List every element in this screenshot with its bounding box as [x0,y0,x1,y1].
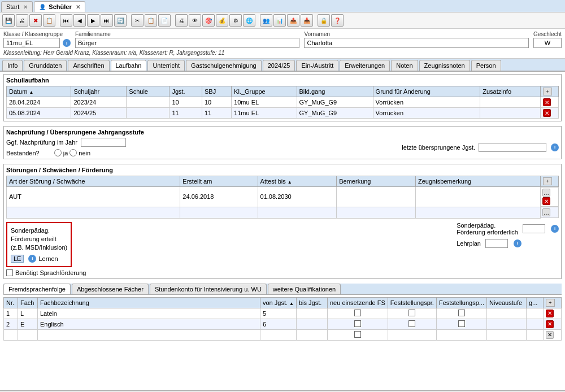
col-zeugnis[interactable]: Zeugnisbemerkung [416,176,541,187]
toolbar-delete[interactable]: ✖ [29,14,42,27]
sonderpaedag-tag-info-icon[interactable]: i [28,255,36,263]
col-klgruppe[interactable]: Kl._Gruppe [232,86,297,97]
toolbar-money[interactable]: 💰 [216,14,228,27]
toolbar-first[interactable]: ⏮ [60,14,72,27]
edit-row-st-2[interactable]: … [542,208,550,216]
cell-attest-1[interactable]: 01.08.2030 [258,187,337,207]
cell-datum-2[interactable]: 05.08.2024 [7,108,71,119]
geschlecht-btn[interactable]: W [533,38,562,48]
cell-bemerkung-1[interactable] [337,187,416,207]
cb-neufs-1[interactable] [354,310,361,316]
cell-fach-1[interactable]: L [18,308,38,319]
edit-row-st-1[interactable]: … [542,189,550,197]
tab-person[interactable]: Person [471,60,501,71]
cell-fachbez-3[interactable] [38,329,260,340]
tab-erweiterungen[interactable]: Erweiterungen [340,60,390,71]
tab-2024[interactable]: 2024/25 [263,60,295,71]
bestanden-nein-radio[interactable] [69,149,77,156]
vornamen-input[interactable] [304,38,528,48]
cell-niveau-2[interactable] [487,319,527,329]
cell-jgst-2[interactable]: 11 [169,108,202,119]
cell-datum-1[interactable]: 28.04.2024 [7,97,71,108]
tab-start-close[interactable]: ✕ [23,4,28,10]
delete-row-sl-1[interactable]: ✕ [543,98,551,106]
col-schule[interactable]: Schule [127,86,169,97]
col-vonjgst[interactable]: von Jgst. ▲ [260,297,297,308]
col-attest[interactable]: Attest bis ▲ [258,176,337,187]
tab-gastschule[interactable]: Gastschulgenehmigung [186,60,262,71]
col-g[interactable]: g... [527,297,544,308]
cell-schuljahr-2[interactable]: 2024/25 [71,108,127,119]
delete-row-fs-1[interactable]: ✕ [546,310,554,317]
tab-einaustritt[interactable]: Ein-/Austritt [296,60,338,71]
cell-nr-3[interactable] [4,329,18,340]
cell-g-1[interactable] [527,308,544,319]
col-grund[interactable]: Grund für Änderung [373,86,480,97]
delete-row-st-1[interactable]: ✕ [542,197,550,205]
cell-bisjgst-1[interactable] [297,308,328,319]
cell-bildgang-2[interactable]: GY_MuG_G9 [297,108,373,119]
cell-erstellt-2[interactable] [180,207,258,218]
sprachfoerderung-checkbox[interactable] [6,269,13,276]
tab-unterricht[interactable]: Unterricht [147,60,185,71]
klasse-input[interactable] [3,38,60,48]
toolbar-prev[interactable]: ◀ [73,14,86,27]
col-fachbez[interactable]: Fachbezeichnung [38,297,260,308]
delete-row-sl-2[interactable]: ✕ [543,109,551,117]
col-bisjgst[interactable]: bis Jgst. [297,297,328,308]
col-datum[interactable]: Datum ▲ [7,86,71,97]
cell-art-1[interactable]: AUT [7,187,180,207]
tab-stundenkonto[interactable]: Stundenkonto für Intensivierung u. WU [150,284,267,294]
tab-noten[interactable]: Noten [391,60,418,71]
cell-fach-2[interactable]: E [18,319,38,329]
cb-neufs-2[interactable] [354,320,361,327]
cell-erstellt-1[interactable]: 24.06.2018 [180,187,258,207]
tab-qualifikationen[interactable]: weitere Qualifikationen [268,284,341,294]
cell-zusatz-1[interactable] [480,97,541,108]
cell-fach-3[interactable] [18,329,38,340]
add-row-fs-icon[interactable]: + [546,299,555,307]
cell-zeugnis-1[interactable] [416,187,541,207]
toolbar-print2[interactable]: 🖨 [175,14,188,27]
toolbar-users[interactable]: 👥 [260,14,272,27]
toolbar-paste[interactable]: 📋 [145,14,157,27]
tab-abgeschlossene[interactable]: Abgeschlossene Fächer [72,284,149,294]
sonderpaedag-erforderlich-input[interactable] [523,224,545,233]
cell-sbj-2[interactable]: 11 [202,108,231,119]
cb-neufs-3[interactable] [354,331,361,338]
familienname-input[interactable] [75,38,299,48]
cell-jgst-1[interactable]: 10 [169,97,202,108]
toolbar-view[interactable]: 👁 [189,14,201,27]
letzte-input[interactable] [479,143,546,152]
sonderpaedag-tag[interactable]: LE [11,255,24,263]
toolbar-export[interactable]: 📤 [287,14,299,27]
tab-anschriften[interactable]: Anschriften [68,60,109,71]
toolbar-chart[interactable]: 📊 [273,14,286,27]
tab-laufbahn[interactable]: Laufbahn [111,60,147,71]
cell-vonjgst-3[interactable] [260,329,297,340]
toolbar-next[interactable]: ▶ [87,14,99,27]
toolbar-cut[interactable]: ✂ [131,14,144,27]
cell-klgruppe-1[interactable]: 10mu EL [232,97,297,108]
col-bemerkung[interactable]: Bemerkung [337,176,416,187]
col-festst2[interactable]: Feststellungsp... [436,297,486,308]
toolbar-lock[interactable]: 🔒 [318,14,330,27]
col-fach[interactable]: Fach [18,297,38,308]
toolbar-copy[interactable]: 📋 [43,14,55,27]
tab-fremdsprachen[interactable]: Fremdsprachenfolge [3,284,71,294]
cell-g-3[interactable] [527,329,544,340]
toolbar-help[interactable]: ❓ [331,14,344,27]
klasse-info-icon[interactable]: i [63,39,71,47]
toolbar-import[interactable]: 📥 [301,14,313,27]
toolbar-globe[interactable]: 🌐 [243,14,255,27]
lehrplan-input[interactable] [485,239,508,248]
col-art[interactable]: Art der Störung / Schwäche [7,176,180,187]
cell-attest-2[interactable] [258,207,337,218]
col-erstellt[interactable]: Erstellt am [180,176,258,187]
cell-nr-2[interactable]: 2 [4,319,18,329]
tab-grunddaten[interactable]: Grunddaten [24,60,67,71]
cell-schule-1[interactable] [127,97,169,108]
cell-fachbez-2[interactable]: Englisch [38,319,260,329]
cell-klgruppe-2[interactable]: 11mu EL [232,108,297,119]
cb-festst2-1[interactable] [458,310,465,316]
